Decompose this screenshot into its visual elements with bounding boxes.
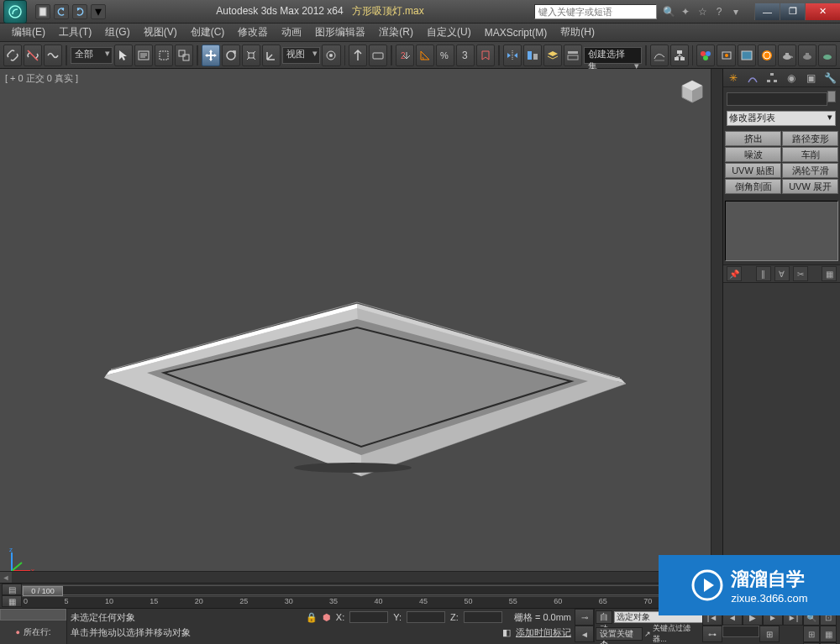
tab-modify-icon[interactable] bbox=[745, 71, 760, 86]
layer-manager-icon[interactable] bbox=[543, 45, 562, 66]
viewport[interactable]: [ + 0 正交 0 真实 ] bbox=[0, 69, 722, 583]
mod-btn-pathdeform[interactable]: 路径变形 bbox=[782, 131, 838, 146]
mirror-icon[interactable] bbox=[503, 45, 522, 66]
select-move-icon[interactable] bbox=[202, 45, 220, 66]
ref-coord-dropdown[interactable]: 视图 bbox=[282, 47, 320, 64]
teapot-render2-icon[interactable] bbox=[798, 45, 816, 66]
auto-key-button[interactable]: 自动关键点 bbox=[596, 610, 612, 624]
tab-display-icon[interactable]: ▣ bbox=[803, 71, 818, 86]
menu-views[interactable]: 视图(V) bbox=[137, 25, 184, 39]
angle-snap-icon[interactable] bbox=[416, 45, 434, 66]
tab-create-icon[interactable]: ✳ bbox=[726, 71, 741, 86]
key-filter-icon[interactable]: ↗ bbox=[644, 630, 651, 638]
menu-create[interactable]: 创建(C) bbox=[184, 25, 232, 39]
object-name-input[interactable] bbox=[727, 92, 827, 106]
isolate-icon[interactable]: ⬢ bbox=[323, 612, 331, 623]
menu-group[interactable]: 组(G) bbox=[98, 25, 136, 39]
object-color-swatch[interactable] bbox=[827, 91, 836, 102]
mod-btn-extrude[interactable]: 挤出 bbox=[725, 131, 781, 146]
render-production-icon[interactable] bbox=[758, 45, 776, 66]
keyboard-shortcut-icon[interactable] bbox=[369, 45, 387, 66]
ribbon-toggle-icon[interactable] bbox=[564, 45, 582, 66]
link-icon[interactable] bbox=[3, 45, 22, 66]
menu-customize[interactable]: 自定义(U) bbox=[420, 25, 478, 39]
close-button[interactable]: ✕ bbox=[805, 3, 840, 20]
time-tag-icon[interactable]: ◧ bbox=[502, 627, 511, 638]
zoom-extents-all-icon[interactable]: ▦ bbox=[820, 626, 837, 642]
teapot-render-icon[interactable] bbox=[778, 45, 796, 66]
select-manipulate-icon[interactable] bbox=[349, 45, 367, 66]
x-coord-input[interactable] bbox=[349, 611, 388, 623]
menu-modifiers[interactable]: 修改器 bbox=[231, 25, 275, 39]
align-icon[interactable] bbox=[523, 45, 542, 66]
render-setup-icon[interactable] bbox=[717, 45, 735, 66]
mod-btn-turbosmooth[interactable]: 涡轮平滑 bbox=[782, 163, 838, 178]
menu-graph-editors[interactable]: 图形编辑器 bbox=[308, 25, 372, 39]
qat-redo-icon[interactable] bbox=[72, 4, 87, 19]
tab-motion-icon[interactable]: ◉ bbox=[784, 71, 799, 86]
viewport-scrollbar-vertical[interactable] bbox=[711, 69, 722, 583]
qat-dropdown-icon[interactable]: ▾ bbox=[91, 4, 106, 19]
key-filter-label[interactable]: 关键点过滤器... bbox=[653, 623, 701, 644]
search-icon[interactable]: 🔍 bbox=[662, 5, 675, 18]
select-scale-icon[interactable] bbox=[242, 45, 260, 66]
scroll-left-icon[interactable]: ◄ bbox=[0, 572, 12, 584]
configure-sets-icon[interactable]: ▦ bbox=[822, 266, 837, 281]
menu-edit[interactable]: 编辑(E) bbox=[5, 25, 52, 39]
timeline-mode-icon[interactable]: ▦ bbox=[2, 595, 22, 607]
select-by-name-icon[interactable] bbox=[134, 45, 153, 66]
script-mini-listener[interactable] bbox=[0, 609, 66, 620]
edit-named-sel-icon[interactable] bbox=[476, 45, 495, 66]
timeline-config-icon[interactable]: ▤ bbox=[2, 584, 22, 595]
percent-snap-icon[interactable]: % bbox=[436, 45, 454, 66]
remove-modifier-icon[interactable]: ✂ bbox=[793, 266, 808, 281]
mod-btn-uvwunwrap[interactable]: UVW 展开 bbox=[782, 179, 838, 194]
schematic-view-icon[interactable] bbox=[670, 45, 689, 66]
pin-stack-icon[interactable]: 📌 bbox=[727, 266, 742, 281]
unlink-icon[interactable] bbox=[24, 45, 42, 66]
help-icon[interactable]: ? bbox=[712, 5, 726, 18]
qat-new-icon[interactable] bbox=[35, 4, 50, 19]
window-crossing-icon[interactable] bbox=[175, 45, 193, 66]
ref-coord-icon[interactable] bbox=[262, 45, 281, 66]
maximize-button[interactable]: ❐ bbox=[780, 3, 805, 20]
tab-hierarchy-icon[interactable] bbox=[764, 71, 780, 86]
viewport-scrollbar-horizontal[interactable]: ◄ ► bbox=[0, 571, 711, 583]
bind-space-warp-icon[interactable] bbox=[44, 45, 62, 66]
show-end-result-icon[interactable]: ‖ bbox=[756, 266, 771, 281]
help-dropdown-icon[interactable]: ▾ bbox=[729, 5, 743, 18]
mod-btn-bevelprofile[interactable]: 倒角剖面 bbox=[725, 179, 781, 194]
time-config-icon[interactable]: ⊞ bbox=[759, 626, 780, 642]
z-coord-input[interactable] bbox=[464, 611, 502, 623]
selection-filter-dropdown[interactable]: 全部 bbox=[71, 47, 113, 64]
mod-btn-noise[interactable]: 噪波 bbox=[725, 147, 781, 162]
favorite-icon[interactable]: ☆ bbox=[696, 5, 709, 18]
y-coord-input[interactable] bbox=[407, 611, 445, 623]
material-editor-icon[interactable] bbox=[696, 45, 715, 66]
time-slider-thumb[interactable]: 0 / 100 bbox=[23, 586, 63, 596]
qat-undo-icon[interactable] bbox=[54, 4, 69, 19]
zoom-extents-icon[interactable]: ⊞ bbox=[803, 626, 820, 642]
menu-rendering[interactable]: 渲染(R) bbox=[372, 25, 420, 39]
menu-animation[interactable]: 动画 bbox=[275, 25, 308, 39]
rendered-frame-icon[interactable] bbox=[738, 45, 756, 66]
set-key-button[interactable]: 设置关键点 bbox=[596, 627, 643, 641]
spinner-snap-icon[interactable]: 3 bbox=[456, 45, 475, 66]
current-frame-input[interactable] bbox=[722, 626, 759, 637]
menu-tools[interactable]: 工具(T) bbox=[52, 25, 98, 39]
lock-icon[interactable]: 🔒 bbox=[306, 612, 318, 623]
use-center-icon[interactable] bbox=[322, 45, 340, 66]
modifier-list-dropdown[interactable]: 修改器列表 bbox=[727, 111, 836, 126]
comm-center-icon[interactable]: ✦ bbox=[679, 5, 692, 18]
make-unique-icon[interactable]: ∀ bbox=[774, 266, 790, 281]
menu-help[interactable]: 帮助(H) bbox=[554, 25, 601, 39]
select-rotate-icon[interactable] bbox=[222, 45, 240, 66]
add-time-tag[interactable]: 添加时间标记 bbox=[516, 626, 571, 639]
view-cube[interactable] bbox=[677, 77, 707, 107]
modifier-stack[interactable] bbox=[725, 201, 838, 261]
search-input[interactable] bbox=[534, 4, 657, 19]
key-mode-icon[interactable]: ◄ bbox=[575, 626, 595, 642]
snap-2d-icon[interactable]: 2 bbox=[396, 45, 414, 66]
panel-rollout-area[interactable] bbox=[723, 283, 840, 583]
key-step-icon[interactable]: ⊶ bbox=[702, 626, 722, 642]
